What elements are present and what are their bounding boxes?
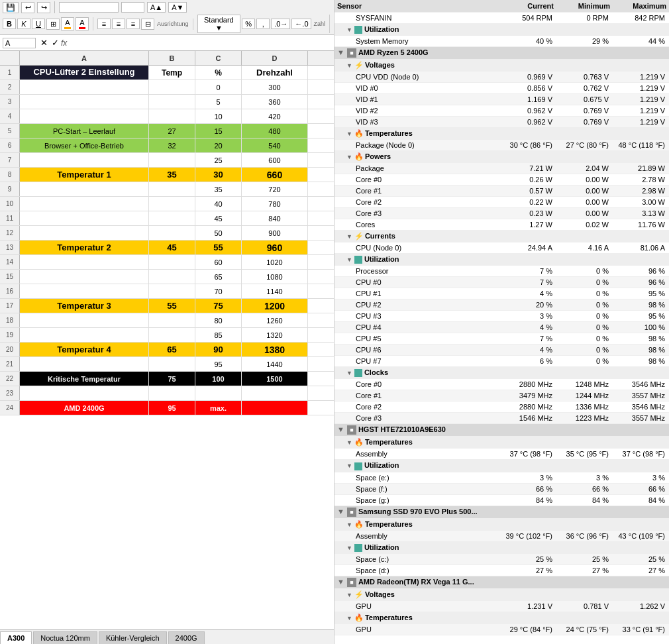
cell-d[interactable]: 360 [242, 95, 308, 109]
list-item[interactable]: SYSFANIN 504 RPM 0 RPM 842 RPM [334, 13, 669, 24]
list-item[interactable]: Core #0 2880 MHz 1248 MHz 3546 MHz [334, 379, 669, 390]
italic-btn[interactable]: K [17, 19, 30, 29]
cell-a1[interactable]: CPU-Lüfter 2 Einstellung [20, 66, 149, 80]
list-item[interactable]: ▼■AMD Ryzen 5 2400G [334, 47, 669, 60]
fill-color-btn[interactable]: A [61, 17, 74, 30]
cell-b[interactable] [149, 109, 195, 123]
list-item[interactable]: Space (g:) 84 % 84 % 84 % [334, 494, 669, 506]
list-item[interactable]: Cores 1.27 W 0.02 W 11.76 W [334, 219, 669, 231]
cell-b[interactable] [149, 270, 195, 284]
cell-b[interactable]: 27 [149, 124, 195, 138]
list-item[interactable]: ▼⚡Voltages [334, 60, 669, 72]
cell-b[interactable] [149, 197, 195, 211]
list-item[interactable]: ▼🔥Temperatures [334, 612, 669, 623]
cell-c[interactable]: 15 [195, 124, 242, 138]
list-item[interactable]: ▼Clocks [334, 367, 669, 379]
align-center-btn[interactable]: ≡ [112, 19, 125, 29]
list-item[interactable]: System Memory 40 % 29 % 44 % [334, 36, 669, 47]
cell-b[interactable] [149, 386, 195, 400]
cell-d[interactable]: 1320 [242, 328, 308, 342]
list-item[interactable]: ▼■Samsung SSD 970 EVO Plus 500... [334, 506, 669, 518]
cell-a[interactable] [20, 357, 149, 371]
font-shrink-btn[interactable]: A▼ [168, 2, 187, 13]
cell-c[interactable]: 100 [195, 372, 242, 386]
cell-d[interactable]: 900 [242, 226, 308, 240]
font-grow-btn[interactable]: A▲ [147, 2, 166, 13]
list-item[interactable]: ▼■AMD Radeon(TM) RX Vega 11 G... [334, 576, 669, 588]
cell-d[interactable]: 540 [242, 138, 308, 152]
list-item[interactable]: VID #0 0.856 V 0.762 V 1.219 V [334, 83, 669, 94]
cell-a[interactable] [20, 211, 149, 225]
cell-c[interactable]: 95 [195, 357, 242, 371]
cell-c[interactable]: 45 [195, 211, 242, 225]
bold-btn[interactable]: B [3, 19, 16, 29]
list-item[interactable]: CPU #5 7 % 0 % 98 % [334, 333, 669, 345]
confirm-formula-btn[interactable]: ✓ [50, 38, 61, 48]
cell-c[interactable]: 5 [195, 95, 242, 109]
cell-a[interactable] [20, 270, 149, 284]
cell-d[interactable]: 780 [242, 197, 308, 211]
list-item[interactable]: Space (e:) 3 % 3 % 3 % [334, 472, 669, 483]
cell-d[interactable]: 600 [242, 153, 308, 167]
decrease-decimal-btn[interactable]: ←.0 [291, 19, 311, 29]
sheet-tab[interactable]: 2400G [168, 631, 205, 644]
list-item[interactable]: VID #3 0.962 V 0.769 V 1.219 V [334, 117, 669, 128]
cell-d1[interactable]: Drehzahl [242, 66, 308, 80]
cell-b[interactable] [149, 328, 195, 342]
font-size-input[interactable]: 14 [121, 2, 144, 13]
list-item[interactable]: ▼■HGST HTE721010A9E630 [334, 424, 669, 437]
sheet-tab[interactable]: Kühler-Vergleich [99, 631, 167, 644]
cell-b[interactable]: 65 [149, 343, 195, 356]
list-item[interactable]: Core #1 3479 MHz 1244 MHz 3557 MHz [334, 390, 669, 402]
cell-b[interactable]: 75 [149, 372, 195, 386]
list-item[interactable]: VID #1 1.169 V 0.675 V 1.219 V [334, 94, 669, 105]
list-item[interactable]: Core #2 0.22 W 0.00 W 3.00 W [334, 197, 669, 208]
cell-a[interactable]: Temperatur 4 [20, 343, 149, 356]
list-item[interactable]: CPU #1 4 % 0 % 95 % [334, 288, 669, 299]
cell-b[interactable] [149, 284, 195, 298]
cell-c[interactable]: max. [195, 401, 242, 415]
list-item[interactable]: ▼🔥Powers [334, 151, 669, 163]
cell-c[interactable]: 75 [195, 299, 242, 313]
cell-c[interactable]: 10 [195, 109, 242, 123]
increase-decimal-btn[interactable]: .0→ [271, 19, 290, 29]
list-item[interactable]: CPU #6 4 % 0 % 98 % [334, 345, 669, 356]
list-item[interactable]: ▼🔥Temperatures [334, 128, 669, 140]
cell-c[interactable]: 20 [195, 138, 242, 152]
cell-a[interactable] [20, 313, 149, 327]
cell-d[interactable]: 1500 [242, 372, 308, 386]
list-item[interactable]: ▼🔥Temperatures [334, 437, 669, 449]
cell-a[interactable]: Temperatur 1 [20, 168, 149, 182]
cell-c[interactable]: 0 [195, 80, 242, 94]
list-item[interactable]: CPU #7 6 % 0 % 98 % [334, 356, 669, 367]
cell-a[interactable]: PC-Start – Leerlauf [20, 124, 149, 138]
redo-btn[interactable]: ↪ [37, 2, 50, 13]
cell-a[interactable] [20, 182, 149, 196]
cell-d[interactable]: 1140 [242, 284, 308, 298]
cell-b[interactable] [149, 226, 195, 240]
list-item[interactable]: GPU 1.231 V 0.781 V 1.262 V [334, 600, 669, 612]
cell-d[interactable]: 1080 [242, 270, 308, 284]
sheet-tab[interactable]: A300 [0, 631, 32, 644]
cell-d[interactable]: 1200 [242, 299, 308, 313]
cell-b[interactable] [149, 211, 195, 225]
cell-b[interactable] [149, 153, 195, 167]
list-item[interactable]: ▼Utilization [334, 541, 669, 553]
list-item[interactable]: CPU #0 7 % 0 % 96 % [334, 277, 669, 288]
list-item[interactable]: CPU VDD (Node 0) 0.969 V 0.763 V 1.219 V [334, 72, 669, 83]
cell-a[interactable] [20, 255, 149, 269]
cell-a[interactable] [20, 328, 149, 342]
cell-c[interactable] [195, 386, 242, 400]
cell-c[interactable]: 50 [195, 226, 242, 240]
cell-d[interactable]: 1260 [242, 313, 308, 327]
cell-b[interactable] [149, 357, 195, 371]
list-item[interactable]: ▼Utilization [334, 254, 669, 266]
cell-b[interactable]: 45 [149, 241, 195, 254]
list-item[interactable]: Space (d:) 27 % 27 % 27 % [334, 564, 669, 576]
list-item[interactable]: ▼⚡Voltages [334, 588, 669, 600]
list-item[interactable]: Package 7.21 W 2.04 W 21.89 W [334, 163, 669, 174]
cell-c[interactable]: 60 [195, 255, 242, 269]
save-btn[interactable]: 💾 [3, 2, 19, 13]
undo-btn[interactable]: ↩ [21, 2, 34, 13]
cell-reference-input[interactable] [3, 38, 36, 48]
